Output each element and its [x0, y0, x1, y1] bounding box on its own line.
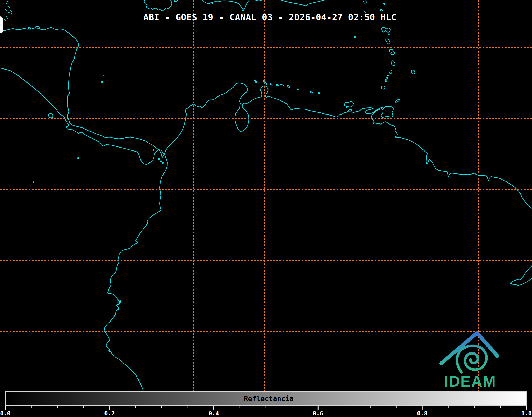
colorbar-tick-label: 0.0 [0, 410, 11, 417]
graticule-gridlines [0, 0, 532, 391]
coastlines [0, 0, 532, 391]
colorbar-minor-tick [31, 406, 32, 408]
colorbar-major-tick [318, 406, 319, 410]
colorbar-gradient: Reflectancia [5, 391, 527, 406]
ideam-mountain-icon [441, 333, 497, 363]
colorbar-minor-tick [344, 406, 344, 408]
colorbar-tick-label: 0.2 [104, 410, 115, 417]
colorbar-major-tick [422, 406, 423, 410]
colorbar-minor-tick [266, 406, 266, 408]
colorbar-minor-tick [396, 406, 397, 408]
colorbar-minor-tick [187, 406, 188, 408]
colorbar-label: Reflectancia [244, 395, 294, 403]
colorbar-minor-tick [500, 406, 501, 408]
ideam-logo: IDEAM [441, 333, 497, 390]
coastline-margarita [344, 101, 353, 111]
coastline-amapa [510, 266, 532, 286]
colorbar-minor-tick [161, 406, 162, 408]
colorbar-minor-tick [239, 406, 240, 408]
colorbar-tick-label: 0.6 [313, 410, 323, 417]
coastline-tobago [395, 99, 399, 102]
colorbar-tick-label: 1.0 [521, 410, 532, 417]
coastline-pacific [0, 68, 167, 391]
colorbar-ticks: 0.00.20.40.60.81.0 [5, 406, 526, 417]
coastline-caribbean-mainland [0, 27, 532, 208]
colorbar-tick-label: 0.4 [208, 410, 219, 417]
colorbar-major-tick [109, 406, 110, 410]
islands-and-lakes [28, 26, 163, 182]
colorbar-tick-label: 0.8 [417, 410, 428, 417]
image-title: ABI - GOES 19 - CANAL 03 - 2026-04-27 02… [4, 12, 532, 22]
coastline-jamaica [144, 0, 177, 11]
colorbar-major-tick [5, 406, 6, 410]
coastline-hispaniola [202, 0, 249, 11]
satellite-map: IDEAM [0, 0, 532, 417]
satellite-image-viewer: IDEAM ABI - GOES 19 - CANAL 03 - 2026-04… [0, 0, 532, 417]
colorbar-minor-tick [83, 406, 84, 408]
colorbar-major-tick [526, 406, 527, 410]
colorbar-minor-tick [292, 406, 292, 408]
colorbar-minor-tick [448, 406, 449, 408]
colorbar-minor-tick [370, 406, 371, 408]
coastline-trinidad [381, 106, 393, 117]
colorbar-minor-tick [474, 406, 475, 408]
ideam-spiral-icon [457, 346, 486, 372]
colorbar-minor-tick [135, 406, 136, 408]
coastline-puerto-rico [255, 0, 324, 6]
cloud-patch [0, 16, 3, 33]
colorbar: Reflectancia 0.00.20.40.60.81.0 [0, 391, 532, 417]
ideam-logo-text: IDEAM [444, 373, 496, 390]
colorbar-major-tick [213, 406, 214, 410]
colorbar-minor-tick [57, 406, 58, 408]
